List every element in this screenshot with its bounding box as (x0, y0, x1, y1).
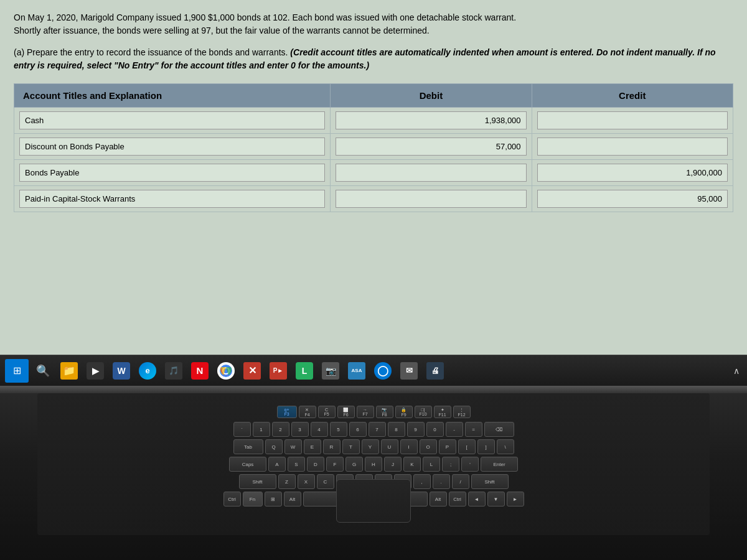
key-semicolon[interactable]: ; (442, 457, 459, 472)
taskbar-icon-edge[interactable]: e (136, 359, 159, 383)
key-left[interactable]: ◄ (468, 492, 486, 506)
key-1[interactable]: 1 (253, 422, 270, 437)
credit-input-1[interactable] (537, 138, 728, 156)
debit-input-0[interactable] (336, 111, 526, 129)
key-s[interactable]: S (288, 457, 305, 472)
key-f7[interactable]: →F7 (357, 406, 374, 418)
key-4[interactable]: 4 (311, 422, 328, 437)
taskbar-icon-excel-x[interactable]: ✕ (240, 359, 264, 383)
key-l[interactable]: L (423, 457, 440, 472)
credit-input-2[interactable] (537, 164, 728, 182)
key-lshift[interactable]: Shift (239, 474, 276, 489)
key-f12[interactable]: ⋮F12 (453, 406, 471, 418)
key-z[interactable]: Z (278, 474, 296, 489)
key-h[interactable]: H (365, 457, 382, 472)
start-button[interactable]: ⊞ (5, 359, 29, 383)
key-rctrl[interactable]: Ctrl (449, 492, 466, 506)
key-x[interactable]: X (298, 474, 315, 489)
key-0[interactable]: 0 (426, 422, 444, 437)
key-f8[interactable]: 📷F8 (376, 406, 393, 418)
key-vol-up[interactable]: q+F3 (277, 406, 297, 418)
chevron-up-icon[interactable]: ∧ (731, 363, 742, 378)
account-input-1[interactable] (19, 138, 325, 156)
key-down[interactable]: ▼ (487, 492, 505, 506)
taskbar-icon-video[interactable]: ▶ (83, 359, 107, 383)
taskbar-icon-music[interactable]: 🎵 (162, 359, 186, 383)
taskbar-icon-ash[interactable]: ASA (345, 359, 369, 383)
taskbar-icon-printer[interactable]: 🖨 (423, 359, 447, 383)
taskbar-icon-word[interactable]: W (110, 359, 133, 383)
key-q[interactable]: Q (265, 439, 283, 454)
taskbar-icon-pl[interactable]: P► (266, 359, 290, 383)
key-t[interactable]: T (342, 439, 360, 454)
key-fn[interactable]: Fn (243, 492, 263, 506)
key-right[interactable]: ► (507, 492, 524, 506)
taskbar-icon-file-explorer[interactable]: 📁 (57, 359, 81, 383)
key-enter[interactable]: Enter (481, 457, 518, 472)
taskbar-icon-camera[interactable]: 📷 (319, 359, 342, 383)
taskbar-icon-chrome[interactable] (214, 359, 238, 383)
key-o[interactable]: O (420, 439, 437, 454)
key-e[interactable]: E (304, 439, 321, 454)
key-f5[interactable]: CF5 (318, 406, 336, 418)
key-j[interactable]: J (384, 457, 402, 472)
credit-input-0[interactable] (537, 111, 728, 129)
key-c[interactable]: C (317, 474, 334, 489)
debit-input-3[interactable] (336, 190, 526, 208)
credit-input-3[interactable] (537, 190, 728, 208)
key-f6[interactable]: ⬜F6 (337, 406, 355, 418)
key-d[interactable]: D (307, 457, 324, 472)
key-rbracket[interactable]: ] (477, 439, 495, 454)
key-lbracket[interactable]: [ (458, 439, 476, 454)
key-f9[interactable]: 🔒F9 (395, 406, 413, 418)
key-lctrl[interactable]: Ctrl (223, 492, 241, 506)
key-f10[interactable]: □|F10 (415, 406, 432, 418)
key-7[interactable]: 7 (369, 422, 386, 437)
key-equals[interactable]: = (465, 422, 482, 437)
key-caps[interactable]: Caps (229, 457, 266, 472)
key-ralt[interactable]: Alt (430, 492, 447, 506)
key-win[interactable]: ⊞ (265, 492, 282, 506)
key-period[interactable]: . (433, 474, 450, 489)
key-r[interactable]: R (323, 439, 341, 454)
key-i[interactable]: I (400, 439, 418, 454)
key-f[interactable]: F (326, 457, 344, 472)
key-p[interactable]: P (439, 439, 456, 454)
key-k[interactable]: K (403, 457, 421, 472)
credit-cell-2 (532, 160, 733, 186)
account-input-2[interactable] (19, 164, 325, 182)
key-2[interactable]: 2 (272, 422, 289, 437)
taskbar-icon-circle[interactable]: ◯ (371, 359, 395, 383)
key-tab[interactable]: Tab (233, 439, 263, 454)
key-u[interactable]: U (381, 439, 398, 454)
key-lalt[interactable]: Alt (284, 492, 301, 506)
search-button[interactable]: 🔍 (31, 359, 55, 383)
taskbar-icon-mail[interactable]: ✉ (397, 359, 421, 383)
key-comma[interactable]: , (413, 474, 431, 489)
key-6[interactable]: 6 (349, 422, 367, 437)
key-slash[interactable]: / (452, 474, 469, 489)
key-g[interactable]: G (345, 457, 363, 472)
key-backtick[interactable]: ` (233, 422, 251, 437)
key-f4[interactable]: ✕F4 (299, 406, 316, 418)
key-3[interactable]: 3 (291, 422, 309, 437)
debit-input-1[interactable] (336, 138, 526, 156)
key-backslash[interactable]: \ (497, 439, 514, 454)
key-9[interactable]: 9 (407, 422, 425, 437)
key-quote[interactable]: ' (461, 457, 479, 472)
account-input-0[interactable] (19, 111, 325, 129)
key-y[interactable]: Y (362, 439, 379, 454)
debit-input-2[interactable] (336, 164, 526, 182)
key-5[interactable]: 5 (330, 422, 347, 437)
key-a[interactable]: A (268, 457, 286, 472)
key-8[interactable]: 8 (388, 422, 405, 437)
key-minus[interactable]: - (446, 422, 463, 437)
taskbar-icon-netflix[interactable]: N (188, 359, 212, 383)
key-f11[interactable]: ✦F11 (434, 406, 451, 418)
key-rshift[interactable]: Shift (471, 474, 509, 489)
key-backspace[interactable]: ⌫ (484, 422, 514, 437)
touchpad[interactable] (336, 479, 411, 523)
account-input-3[interactable] (19, 190, 325, 208)
taskbar-icon-l-green[interactable]: L (293, 359, 316, 383)
key-w[interactable]: W (284, 439, 302, 454)
